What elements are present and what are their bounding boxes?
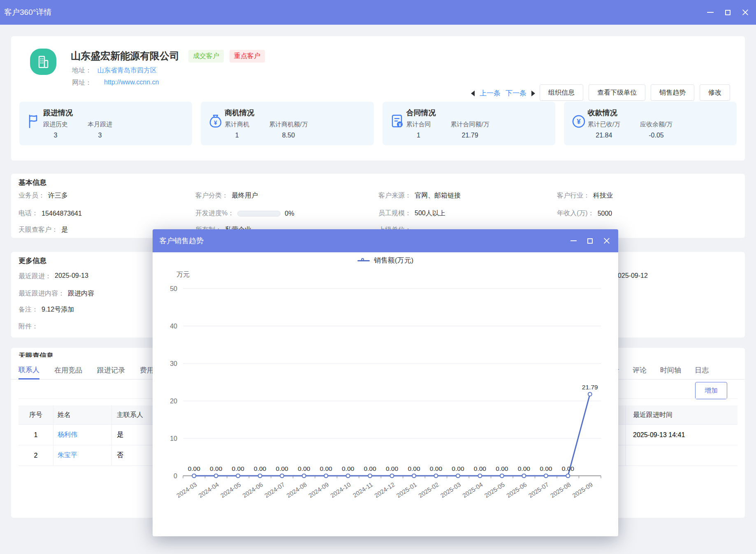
- stat-label: 累计商机: [225, 121, 249, 128]
- stat-label: 累计合同: [406, 121, 431, 128]
- modal-minimize-icon[interactable]: [570, 240, 577, 241]
- svg-text:2024-04: 2024-04: [197, 481, 220, 499]
- svg-text:0.00: 0.00: [276, 465, 289, 472]
- modal-maximize-icon[interactable]: [587, 238, 593, 244]
- field-label: 客户来源：: [378, 191, 411, 200]
- svg-text:2025-06: 2025-06: [505, 481, 528, 499]
- progress-bar: [237, 211, 281, 216]
- contract-stat-card: ¥ 合同情况 累计合同1 累计合同额/万21.79: [383, 102, 555, 145]
- svg-text:0.00: 0.00: [408, 465, 420, 472]
- svg-text:0.00: 0.00: [320, 465, 332, 472]
- field-label: 开发进度%：: [195, 209, 234, 218]
- chart-legend[interactable]: 销售额(万元): [153, 256, 618, 265]
- field-label: 年收入(万)：: [557, 209, 594, 218]
- add-contact-button[interactable]: 增加: [695, 382, 727, 399]
- svg-text:0.00: 0.00: [518, 465, 531, 472]
- svg-text:0.00: 0.00: [474, 465, 487, 472]
- field-label: 业务员：: [19, 191, 45, 200]
- tab-expenses[interactable]: 费用: [140, 361, 154, 379]
- tab-logs[interactable]: 日志: [695, 361, 709, 379]
- view-subordinate-units-button[interactable]: 查看下级单位: [589, 84, 645, 101]
- next-record-link[interactable]: 下一条: [506, 88, 526, 98]
- svg-text:2025-09: 2025-09: [571, 481, 594, 499]
- contact-name-link[interactable]: 杨利伟: [58, 431, 77, 439]
- close-icon[interactable]: [742, 9, 749, 16]
- field-label: 客户行业：: [557, 191, 590, 200]
- field-value: 跟进内容: [68, 289, 94, 298]
- money-bag-icon: ¥: [208, 114, 225, 139]
- prev-arrow-icon[interactable]: [471, 91, 475, 96]
- website-link[interactable]: http://www.ccnn.cn: [104, 79, 159, 87]
- tab-contacts[interactable]: 联系人: [19, 361, 39, 379]
- svg-text:20: 20: [170, 398, 177, 405]
- company-avatar: [30, 49, 56, 75]
- field-label: 员工规模：: [378, 209, 411, 218]
- contact-name-link[interactable]: 朱宝平: [58, 451, 77, 460]
- stat-title: 收款情况: [588, 108, 673, 118]
- svg-text:2024-12: 2024-12: [373, 481, 396, 499]
- stat-value: 21.79: [451, 132, 489, 139]
- field-value: 9.12号添加: [42, 305, 74, 314]
- cell-last-follow-time: [626, 445, 737, 466]
- stat-value: 1: [225, 132, 249, 139]
- cell-index: 1: [19, 425, 53, 445]
- svg-text:¥: ¥: [577, 118, 581, 126]
- sales-trend-chart: 010203040502024-032024-042024-052024-062…: [153, 252, 618, 536]
- svg-text:0.00: 0.00: [254, 465, 267, 472]
- svg-text:2024-09: 2024-09: [307, 481, 330, 499]
- prev-record-link[interactable]: 上一条: [480, 88, 501, 98]
- stat-label: 累计合同额/万: [451, 121, 489, 128]
- stat-title: 合同情况: [406, 108, 489, 118]
- tab-comments[interactable]: 评论: [633, 361, 647, 379]
- svg-text:0.00: 0.00: [298, 465, 311, 472]
- sales-trend-chart-area: 010203040502024-032024-042024-052024-062…: [153, 252, 618, 536]
- svg-text:30: 30: [170, 360, 177, 367]
- stat-value: 8.50: [269, 132, 308, 139]
- svg-text:0.00: 0.00: [496, 465, 508, 472]
- svg-text:0.00: 0.00: [540, 465, 552, 472]
- tab-timeline[interactable]: 时间轴: [660, 361, 681, 379]
- stat-value: 3: [88, 132, 112, 139]
- org-info-button[interactable]: 组织信息: [540, 84, 583, 101]
- address-value[interactable]: 山东省青岛市四方区: [97, 66, 157, 75]
- field-value: 官网、邮箱链接: [415, 191, 461, 200]
- field-label: 电话：: [19, 209, 38, 218]
- legend-label: 销售额(万元): [374, 256, 413, 265]
- right-date-value: 2025-09-12: [614, 272, 648, 279]
- svg-text:2025-07: 2025-07: [527, 481, 550, 499]
- modal-close-icon[interactable]: [603, 237, 610, 244]
- svg-text:0.00: 0.00: [210, 465, 223, 472]
- sales-trend-button[interactable]: 销售趋势: [651, 84, 694, 101]
- field-value: 科技业: [593, 191, 613, 200]
- maximize-icon[interactable]: [725, 10, 730, 15]
- field-value: 许三多: [48, 191, 68, 200]
- minimize-icon[interactable]: [707, 12, 714, 13]
- modal-titlebar[interactable]: 客户销售趋势: [153, 229, 618, 252]
- svg-text:2024-07: 2024-07: [263, 481, 286, 499]
- svg-text:0.00: 0.00: [232, 465, 245, 472]
- field-value: 15464873641: [42, 210, 82, 217]
- svg-text:0: 0: [174, 473, 177, 480]
- modal-title: 客户销售趋势: [159, 236, 204, 246]
- svg-text:¥: ¥: [214, 119, 217, 126]
- tab-followup-records[interactable]: 跟进记录: [97, 361, 125, 379]
- edit-button[interactable]: 修改: [700, 84, 730, 101]
- svg-text:0.00: 0.00: [386, 465, 399, 472]
- svg-text:2024-06: 2024-06: [241, 481, 264, 499]
- tianyancha-section-title: 天眼查信息: [19, 352, 53, 357]
- next-arrow-icon[interactable]: [531, 91, 535, 96]
- field-value: 2025-09-13: [55, 272, 88, 281]
- svg-text:40: 40: [170, 323, 177, 330]
- payment-stat-card: ¥ 收款情况 累计已收/万21.84 应收余额/万-0.05: [564, 102, 737, 145]
- svg-text:0.00: 0.00: [430, 465, 443, 472]
- customer-360-window: 客户360°详情 山东盛宏新能源有限公司 成交客户 重点客户 地址： 山东省青岛…: [0, 0, 756, 554]
- sales-trend-modal: 客户销售趋势 010203040502024-032024-042024-052…: [153, 229, 618, 536]
- svg-text:2025-03: 2025-03: [439, 481, 462, 499]
- svg-text:0.00: 0.00: [562, 465, 575, 472]
- tab-competing-products[interactable]: 在用竞品: [54, 361, 82, 379]
- contract-icon: ¥: [390, 114, 406, 139]
- y-axis-unit-label: 万元: [176, 270, 190, 279]
- svg-text:10: 10: [170, 435, 177, 442]
- svg-text:2025-04: 2025-04: [461, 481, 484, 499]
- field-value: 500人以上: [415, 209, 445, 218]
